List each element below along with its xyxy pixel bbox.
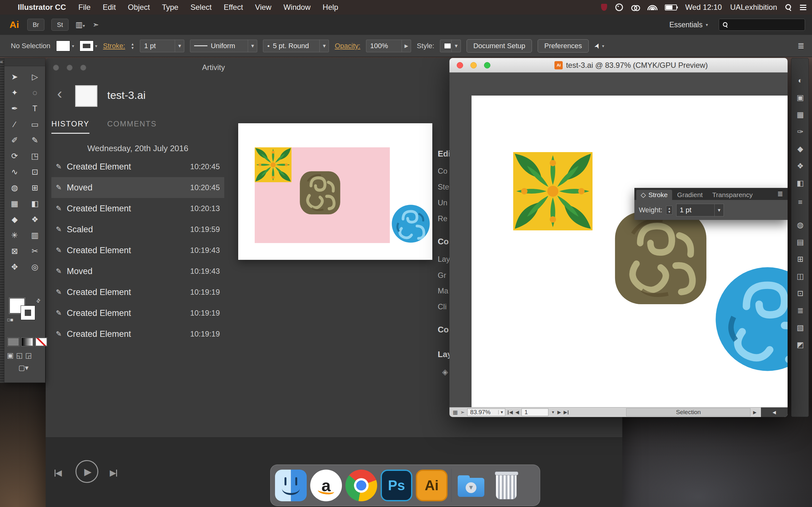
direct-selection-tool[interactable]: ▷ [25, 69, 45, 84]
illustrator-dock-icon[interactable]: Ai [416, 469, 448, 501]
opacity-link[interactable]: Opacity: [335, 42, 360, 50]
history-event-row[interactable]: ✎ Created Element 10:19:19 [51, 302, 224, 324]
weight-stepper[interactable]: ▲▼ [666, 206, 672, 215]
spotlight-icon[interactable] [785, 4, 792, 10]
eyedropper-tool[interactable]: ◆ [4, 211, 25, 227]
tools-panel-header[interactable] [4, 58, 45, 66]
control-panel-menu-icon[interactable]: ≣ [798, 41, 804, 51]
stroke-color-control[interactable]: ▾ [80, 41, 97, 51]
gradient-tool[interactable]: ◧ [25, 195, 45, 211]
collapse-panel-icon[interactable]: « [0, 59, 3, 65]
fill-swatch[interactable] [56, 41, 70, 51]
color-panel-icon[interactable]: ◐ [792, 76, 809, 85]
menu-type[interactable]: Type [156, 3, 184, 12]
pathfinder-panel-icon[interactable]: ▧ [792, 323, 809, 332]
notification-center-icon[interactable] [800, 5, 806, 10]
preferences-button[interactable]: Preferences [538, 39, 589, 53]
selection-tool[interactable]: ➤ [4, 69, 25, 84]
battery-icon[interactable] [665, 4, 677, 10]
rectangle-tool[interactable]: ▭ [25, 116, 45, 132]
layers-panel-icon[interactable]: ◫ [792, 272, 809, 281]
artboard-number-field[interactable]: 1 [521, 408, 548, 416]
magic-wand-tool[interactable]: ✦ [4, 84, 25, 101]
panel-menu-icon[interactable]: ≣ [773, 190, 788, 198]
menu-file[interactable]: File [72, 3, 97, 12]
stock-button[interactable]: St [51, 19, 68, 31]
align-panel-icon[interactable]: ≣ [792, 306, 809, 315]
finder-dock-icon[interactable] [275, 469, 307, 501]
search-input[interactable] [719, 19, 805, 31]
share-behance-icon[interactable]: ➣ [93, 20, 99, 29]
trash-dock-icon[interactable] [490, 469, 522, 501]
stroke-weight-dropdown[interactable]: 1 pt ▼ [140, 40, 184, 52]
skip-forward-button[interactable]: ▶ [110, 468, 117, 478]
appearance-panel-icon[interactable]: ▤ [792, 237, 809, 247]
status-expand-icon[interactable]: ▶ [753, 410, 757, 415]
history-event-row[interactable]: ✎ Scaled 10:19:59 [51, 219, 224, 240]
history-event-row[interactable]: ✎ Created Element 10:19:19 [51, 324, 224, 344]
menu-edit[interactable]: Edit [97, 3, 122, 12]
scale-tool[interactable]: ◳ [25, 148, 45, 164]
menu-clock[interactable]: Wed 12:10 [685, 3, 722, 12]
scroll-corner-button[interactable]: ◀ [761, 407, 788, 417]
downloads-dock-icon[interactable]: ▼ [455, 469, 487, 501]
lasso-tool[interactable]: ◌ [25, 84, 45, 101]
screen-mode-icon[interactable]: ▢▾ [18, 364, 29, 372]
shape-builder-tool[interactable]: ◍ [4, 180, 25, 195]
free-transform-tool[interactable]: ⊡ [25, 164, 45, 180]
history-event-row[interactable]: ✎ Created Element 10:20:45 [51, 156, 224, 177]
app-menu[interactable]: Illustrator CC [11, 3, 72, 12]
brushes-panel-icon[interactable]: ✑ [792, 127, 809, 136]
history-event-row-selected[interactable]: ✎ Moved 10:20:45 [51, 177, 224, 198]
play-button[interactable]: ▶ [75, 460, 98, 483]
menu-object[interactable]: Object [122, 3, 156, 12]
tab-history[interactable]: HISTORY [51, 119, 90, 134]
floral-pattern-square[interactable] [513, 152, 593, 230]
menu-account[interactable]: UALexhibition [730, 3, 777, 12]
pen-tool[interactable]: ✒ [4, 101, 25, 116]
color-guide-panel-icon[interactable]: ▣ [792, 93, 809, 102]
gradient-button[interactable] [21, 338, 33, 346]
tab-transparency[interactable]: Transparency [708, 190, 757, 200]
default-fill-stroke-icon[interactable]: ◻◼ [7, 318, 13, 322]
slice-tool[interactable]: ✂ [25, 243, 45, 259]
style-dropdown[interactable]: ▼ [440, 40, 461, 52]
menu-window[interactable]: Window [277, 3, 316, 12]
fill-color-control[interactable]: ▾ [56, 41, 74, 51]
stroke-swatch[interactable] [80, 41, 93, 51]
gradient-panel-icon[interactable]: ◧ [792, 178, 809, 188]
chrome-dock-icon[interactable] [345, 469, 377, 501]
swap-fill-stroke-icon[interactable]: ⇄ [35, 297, 42, 304]
menu-help[interactable]: Help [316, 3, 344, 12]
width-tool[interactable]: ∿ [4, 164, 25, 180]
next-artboard-button[interactable]: ▶ [557, 409, 561, 415]
stroke-link[interactable]: Stroke: [103, 42, 125, 50]
stroke-weight-stepper[interactable]: ▲▼ [131, 43, 135, 49]
arrange-documents-icon[interactable]: ▥▾ [75, 20, 85, 29]
libraries-panel-icon[interactable]: ◩ [792, 340, 809, 349]
swatches-panel-icon[interactable]: ▦ [792, 110, 809, 119]
mesh-tool[interactable]: ▦ [4, 195, 25, 211]
draw-inside-icon[interactable]: ◲ [26, 351, 32, 360]
menu-effect[interactable]: Effect [217, 3, 249, 12]
workspace-switcher[interactable]: Essentials ▾ [669, 20, 708, 29]
amazon-dock-icon[interactable]: a [310, 469, 342, 501]
symbols-panel-icon[interactable]: ◆ [792, 144, 809, 154]
history-event-row[interactable]: ✎ Created Element 10:19:19 [51, 282, 224, 302]
column-graph-tool[interactable]: ▥ [25, 227, 45, 243]
zoom-tool[interactable]: ◎ [25, 259, 45, 275]
asset-export-panel-icon[interactable]: ⊡ [792, 289, 809, 298]
minimize-icon[interactable] [470, 62, 477, 68]
photoshop-dock-icon[interactable]: Ps [380, 469, 412, 501]
skip-back-button[interactable]: ◀ [55, 468, 62, 478]
shield-icon[interactable] [601, 4, 607, 11]
none-button[interactable] [36, 338, 47, 346]
color-button[interactable] [8, 338, 19, 346]
previous-artboard-button[interactable]: ◀ [515, 409, 519, 415]
history-event-row[interactable]: ✎ Created Element 10:19:43 [51, 240, 224, 261]
zoom-dropdown[interactable]: 83.97% ▼ [467, 408, 505, 416]
paintbrush-tool[interactable]: ✐ [4, 132, 25, 148]
draw-behind-icon[interactable]: ◱ [16, 351, 23, 360]
type-tool[interactable]: T [25, 101, 45, 116]
transparency-panel-icon[interactable]: ◍ [792, 220, 809, 230]
